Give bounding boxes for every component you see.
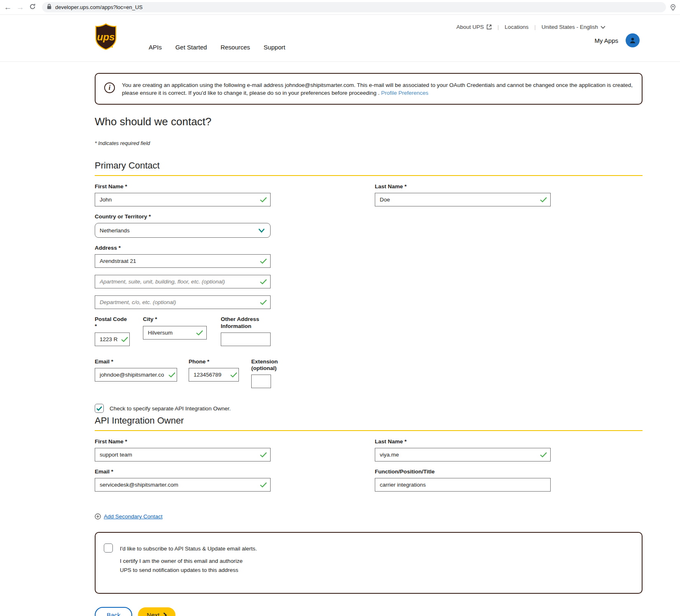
add-secondary-contact[interactable]: Add Secondary Contact (95, 513, 643, 520)
browser-refresh-icon[interactable] (26, 3, 39, 12)
api-owner-toggle-row: Check to specify separate API Integratio… (95, 404, 643, 413)
phone-label: Phone * (189, 358, 239, 365)
subscribe-checkbox[interactable] (104, 543, 113, 553)
valid-check-icon (260, 300, 267, 305)
owner-email-label: Email * (95, 468, 271, 475)
subscribe-box: I'd like to subscribe to API Status & Up… (95, 532, 643, 594)
subscribe-text: I'd like to subscribe to API Status & Up… (120, 543, 257, 575)
divider: | (534, 24, 536, 30)
owner-email-field: Email * (95, 468, 271, 492)
owner-function-input[interactable] (375, 478, 551, 492)
locations-link[interactable]: Locations (505, 24, 528, 30)
required-field-note: * Indicates required field (95, 141, 643, 146)
owner-email-input[interactable] (95, 478, 271, 492)
other-address-field: Other Address Information (221, 316, 271, 346)
valid-check-icon (540, 452, 547, 457)
city-label: City * (143, 316, 207, 323)
chevron-down-icon (601, 26, 605, 29)
person-icon (629, 37, 636, 44)
email-input[interactable] (95, 368, 177, 382)
first-name-label: First Name * (95, 183, 271, 190)
info-icon: i (104, 82, 115, 93)
valid-check-icon (168, 372, 175, 377)
info-banner: i You are creating an application using … (95, 73, 643, 105)
browser-back-icon[interactable]: ← (2, 3, 14, 12)
address-line3-input[interactable] (95, 295, 271, 309)
phone-field: Phone * (189, 358, 239, 382)
extension-input[interactable] (251, 375, 271, 388)
my-apps-area: My Apps (594, 33, 640, 47)
valid-check-icon (260, 279, 267, 284)
country-value: Netherlands (100, 227, 130, 234)
owner-last-name-label: Last Name * (375, 438, 551, 445)
check-icon (96, 406, 102, 411)
browser-forward-icon[interactable]: → (14, 3, 26, 12)
user-avatar[interactable] (626, 33, 640, 47)
owner-last-name-field: Last Name * (375, 438, 551, 461)
address-line2-input[interactable] (95, 275, 271, 288)
banner-text: You are creating an application using th… (122, 80, 635, 97)
api-owner-form: First Name * Last Name * Email * (95, 438, 643, 499)
address-bar[interactable]: developer.ups.com/apps?loc=en_US (42, 2, 666, 12)
my-apps-link[interactable]: My Apps (594, 37, 618, 44)
nav-get-started[interactable]: Get Started (175, 44, 207, 51)
main-content: i You are creating an application using … (95, 73, 643, 616)
postal-code-field: Postal Code * (95, 316, 130, 346)
valid-check-icon (121, 337, 128, 342)
locale-selector[interactable]: United States - English (542, 24, 605, 30)
owner-first-name-input[interactable] (95, 448, 271, 461)
valid-check-icon (260, 452, 267, 457)
postal-code-label: Postal Code * (95, 316, 130, 329)
address-line2-field (95, 275, 271, 288)
nav-support[interactable]: Support (264, 44, 285, 51)
other-address-input[interactable] (221, 333, 271, 346)
first-name-input[interactable] (95, 193, 271, 206)
nav-apis[interactable]: APIs (149, 44, 162, 51)
country-select[interactable]: Netherlands (95, 223, 271, 238)
chevron-down-icon (258, 228, 265, 233)
back-button[interactable]: Back (95, 607, 132, 616)
country-field: Country or Territory * Netherlands (95, 213, 271, 238)
extension-field: Extension (optional) (251, 358, 288, 388)
address-field: Address * (95, 245, 271, 268)
external-link-icon (486, 24, 492, 30)
country-label: Country or Territory * (95, 213, 271, 220)
owner-last-name-input[interactable] (375, 448, 551, 461)
last-name-input[interactable] (375, 193, 551, 206)
url-text: developer.ups.com/apps?loc=en_US (55, 4, 143, 10)
last-name-field: Last Name * (375, 183, 551, 206)
nav-resources[interactable]: Resources (220, 44, 250, 51)
valid-check-icon (540, 197, 547, 202)
plus-circle-icon (95, 513, 101, 520)
city-field: City * (143, 316, 207, 339)
valid-check-icon (260, 258, 267, 264)
next-button-label: Next (147, 611, 159, 616)
owner-first-name-label: First Name * (95, 438, 271, 445)
api-owner-checkbox[interactable] (95, 404, 104, 413)
divider: | (498, 24, 499, 30)
about-ups-link[interactable]: About UPS (456, 24, 492, 30)
valid-check-icon (260, 482, 267, 487)
other-address-label: Other Address Information (221, 316, 271, 329)
first-name-field: First Name * (95, 183, 271, 206)
owner-first-name-field: First Name * (95, 438, 271, 461)
address-input[interactable] (95, 254, 271, 268)
valid-check-icon (196, 330, 203, 335)
location-pin-icon[interactable] (670, 4, 676, 11)
valid-check-icon (260, 197, 267, 202)
next-button[interactable]: Next (138, 607, 175, 616)
owner-function-label: Function/Position/Title (375, 468, 551, 475)
ups-logo[interactable]: ups (95, 23, 117, 52)
api-owner-toggle-label: Check to specify separate API Integratio… (110, 405, 231, 412)
api-owner-heading: API Integration Owner (95, 415, 643, 431)
certify-line-1: I certify I am the owner of this email a… (120, 557, 257, 566)
add-secondary-contact-label: Add Secondary Contact (104, 513, 163, 520)
utility-nav: About UPS | Locations | United States - … (456, 24, 605, 30)
subscribe-label: I'd like to subscribe to API Status & Up… (120, 544, 257, 553)
site-header: ups APIs Get Started Resources Support A… (0, 15, 680, 62)
chevron-right-icon (163, 612, 167, 616)
address-line3-field (95, 295, 271, 309)
profile-preferences-link[interactable]: Profile Preferences (381, 90, 428, 96)
svg-text:ups: ups (97, 31, 115, 42)
primary-contact-form: First Name * Last Name * Country or Terr… (95, 183, 643, 388)
